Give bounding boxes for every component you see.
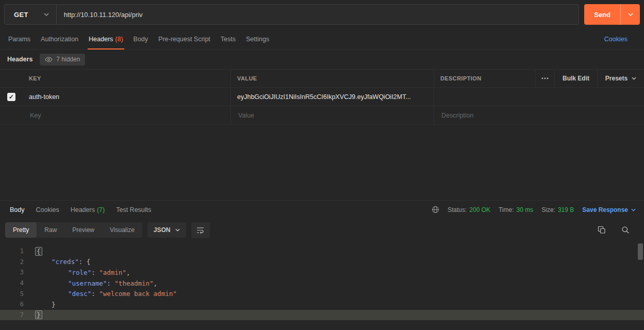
code-line-4: 4 "username": "theadmin", (0, 278, 644, 289)
json-colon: : (79, 258, 87, 266)
tab-label: Authorization (41, 36, 78, 43)
view-mode-preview[interactable]: Preview (64, 222, 102, 238)
bulk-edit-button[interactable]: Bulk Edit (554, 70, 597, 87)
viewer-action-icons (598, 226, 639, 234)
json-colon: : (107, 279, 114, 287)
globe-icon[interactable] (432, 206, 439, 213)
tab-label: Body (134, 36, 148, 43)
view-mode-raw[interactable]: Raw (37, 222, 64, 238)
wrap-text-button[interactable] (191, 222, 210, 238)
code-line-3: 3 "role": "admin", (0, 267, 644, 278)
url-input[interactable] (57, 5, 579, 24)
new-value-cell (230, 106, 434, 124)
tab-count: (7) (97, 206, 105, 213)
tab-settings[interactable]: Settings (241, 29, 274, 49)
more-options-icon (541, 77, 549, 79)
chevron-down-icon (175, 228, 180, 232)
tab-tests[interactable]: Tests (216, 29, 241, 49)
size-label: Size: (541, 206, 555, 213)
scrollbar-thumb[interactable] (638, 243, 643, 260)
format-dropdown[interactable]: JSON (147, 222, 186, 238)
send-button-group: Send (584, 4, 640, 25)
hidden-headers-label: 7 hidden (56, 56, 80, 63)
view-mode-pretty[interactable]: Pretty (5, 222, 37, 238)
time-value: 30 ms (517, 206, 534, 213)
url-container: GET (4, 4, 579, 25)
headers-table-header: KEY VALUE DESCRIPTION Bulk Edit Presets (0, 69, 644, 88)
presets-dropdown[interactable]: Presets (597, 70, 644, 87)
tab-label: Headers (89, 36, 113, 43)
send-button[interactable]: Send (584, 4, 620, 25)
value-column-header: VALUE (230, 70, 434, 87)
response-tab-headers[interactable]: Headers (7) (65, 206, 111, 213)
json-string-value: "theadmin" (114, 279, 153, 287)
tab-headers[interactable]: Headers (8) (84, 29, 128, 49)
response-tab-test-results[interactable]: Test Results (110, 206, 157, 213)
new-value-input[interactable] (237, 111, 427, 120)
copy-icon[interactable] (598, 226, 606, 234)
description-column-header: DESCRIPTION (434, 70, 535, 87)
open-brace: { (35, 247, 42, 256)
presets-label: Presets (605, 75, 628, 82)
tab-label: Headers (71, 206, 95, 213)
tab-label: Tests (221, 36, 236, 43)
new-key-cell (23, 106, 230, 124)
cookies-link[interactable]: Cookies (604, 36, 628, 43)
tab-label: Pre-request Script (158, 36, 210, 43)
json-colon: : (91, 290, 99, 298)
tab-pre-request-script[interactable]: Pre-request Script (153, 29, 216, 49)
response-tab-body[interactable]: Body (4, 206, 30, 213)
header-row-auth-token: auth-token eyJhbGciOiJIUzI1NiIsInR5cCI6I… (0, 88, 644, 106)
line-number: 1 (0, 248, 24, 255)
response-tabs: Body Cookies Headers (7) Test Results St… (0, 201, 644, 219)
response-viewer-toolbar: Pretty Raw Preview Visualize JSON (0, 219, 644, 241)
json-key: "desc" (68, 290, 91, 298)
row-checkbox-checked[interactable] (7, 93, 15, 101)
code-line-6: 6 } (0, 299, 644, 310)
eye-icon (45, 56, 53, 63)
size-value: 319 B (558, 206, 574, 213)
wrap-text-icon (196, 227, 204, 234)
line-number: 4 (0, 279, 24, 287)
response-body-code: 1 { 2 "creds": { 3 "role": "admin", 4 "u… (0, 241, 644, 330)
header-description-cell[interactable] (434, 88, 644, 106)
headers-section-title: Headers (7, 56, 32, 63)
json-comma: , (154, 279, 158, 287)
code-line-7: 7 } (0, 310, 644, 321)
json-string-value: "welcome back admin" (99, 290, 177, 298)
code-line-2: 2 "creds": { (0, 257, 644, 268)
view-mode-visualize[interactable]: Visualize (102, 222, 142, 238)
response-tab-cookies[interactable]: Cookies (30, 206, 65, 213)
search-icon[interactable] (621, 226, 630, 234)
tab-params[interactable]: Params (3, 29, 36, 49)
line-number: 3 (0, 269, 24, 276)
method-dropdown[interactable]: GET (5, 5, 57, 24)
hidden-headers-toggle[interactable]: 7 hidden (40, 54, 85, 65)
headers-section-bar: Headers 7 hidden (0, 50, 644, 69)
code-line-1: 1 { (0, 246, 644, 257)
new-key-input[interactable] (29, 111, 224, 120)
status-label: Status: (448, 206, 467, 213)
request-bar: GET Send (0, 0, 644, 29)
line-number: 5 (0, 290, 24, 298)
open-brace: { (87, 258, 91, 266)
save-response-label: Save Response (582, 206, 628, 213)
json-key: "creds" (52, 258, 79, 266)
checkbox-column-header (0, 70, 23, 87)
tab-body[interactable]: Body (128, 29, 154, 49)
tab-authorization[interactable]: Authorization (36, 29, 84, 49)
save-response-button[interactable]: Save Response (582, 206, 636, 213)
close-brace: } (52, 301, 56, 308)
line-number: 6 (0, 301, 24, 308)
new-description-input[interactable] (440, 111, 638, 120)
json-key: "role" (68, 269, 91, 276)
more-options-button[interactable] (535, 70, 554, 87)
header-row-empty (0, 106, 644, 125)
header-value-cell[interactable]: eyJhbGciOiJIUzI1NiIsInR5cCI6IkpXVCJ9.eyJ… (230, 88, 434, 106)
header-key-cell[interactable]: auth-token (23, 88, 230, 106)
send-options-button[interactable] (620, 4, 640, 25)
new-description-cell (434, 106, 644, 124)
key-column-header: KEY (23, 70, 230, 87)
tab-label: Params (8, 36, 30, 43)
row-checkbox-cell (0, 88, 23, 106)
